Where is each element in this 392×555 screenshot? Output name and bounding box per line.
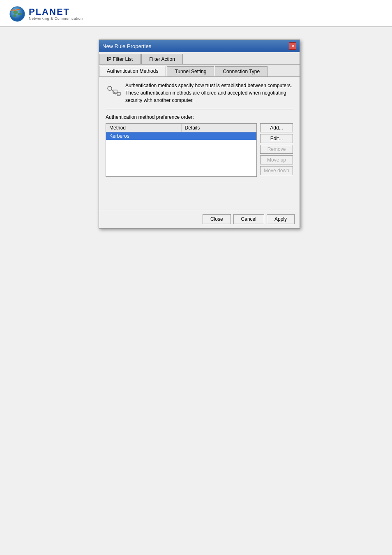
move-down-button[interactable]: Move down bbox=[260, 166, 293, 175]
logo-tagline-label: Networking & Communication bbox=[29, 16, 83, 21]
pref-order-label: Authentication method preference order: bbox=[106, 114, 293, 120]
column-details: Details bbox=[182, 124, 257, 132]
apply-button[interactable]: Apply bbox=[267, 214, 295, 224]
auth-methods-icon bbox=[106, 83, 121, 98]
table-body: Kerberos bbox=[106, 132, 256, 173]
remove-button[interactable]: Remove bbox=[260, 145, 293, 154]
planet-logo-icon bbox=[8, 5, 26, 23]
table-buttons-row: Method Details Kerberos Add... Edit... R… bbox=[106, 123, 293, 177]
info-description: Authentication methods specify how trust… bbox=[125, 82, 293, 104]
dialog-window: New Rule Properties ✕ IP Filter List Fil… bbox=[99, 39, 300, 229]
tab-filter-action[interactable]: Filter Action bbox=[141, 54, 183, 64]
table-row[interactable]: Kerberos bbox=[106, 132, 256, 140]
edit-button[interactable]: Edit... bbox=[260, 134, 293, 143]
tab-connection-type[interactable]: Connection Type bbox=[215, 66, 267, 76]
dialog-body: Authentication methods specify how trust… bbox=[99, 77, 300, 210]
table-header: Method Details bbox=[106, 124, 256, 132]
logo-text: PLANET Networking & Communication bbox=[29, 7, 83, 21]
column-method: Method bbox=[106, 124, 182, 132]
main-content: New Rule Properties ✕ IP Filter List Fil… bbox=[0, 27, 392, 229]
tab-tunnel-setting[interactable]: Tunnel Setting bbox=[167, 66, 214, 76]
svg-rect-12 bbox=[113, 93, 117, 94]
tabs-row-2: Authentication Methods Tunnel Setting Co… bbox=[99, 65, 300, 77]
cancel-button[interactable]: Cancel bbox=[233, 214, 264, 224]
svg-rect-13 bbox=[117, 92, 120, 95]
method-table: Method Details Kerberos bbox=[106, 123, 257, 177]
dialog-spacer bbox=[106, 180, 293, 205]
add-button[interactable]: Add... bbox=[260, 123, 293, 132]
tab-authentication-methods[interactable]: Authentication Methods bbox=[99, 66, 166, 76]
svg-point-7 bbox=[108, 86, 112, 90]
info-section: Authentication methods specify how trust… bbox=[106, 82, 293, 109]
tab-ip-filter-list[interactable]: IP Filter List bbox=[99, 54, 141, 64]
title-bar-buttons: ✕ bbox=[289, 42, 296, 50]
close-window-button[interactable]: ✕ bbox=[289, 42, 296, 50]
logo: PLANET Networking & Communication bbox=[8, 5, 83, 23]
svg-point-3 bbox=[13, 14, 16, 17]
dialog-footer: Close Cancel Apply bbox=[99, 210, 300, 228]
move-up-button[interactable]: Move up bbox=[260, 155, 293, 164]
action-buttons: Add... Edit... Remove Move up Move down bbox=[260, 123, 293, 177]
tabs-row-1: IP Filter List Filter Action bbox=[99, 52, 300, 65]
logo-planet-label: PLANET bbox=[29, 7, 83, 16]
close-button[interactable]: Close bbox=[203, 214, 231, 224]
dialog-title: New Rule Properties bbox=[102, 43, 151, 49]
header: PLANET Networking & Communication bbox=[0, 0, 392, 27]
svg-rect-14 bbox=[117, 95, 120, 96]
title-bar: New Rule Properties ✕ bbox=[99, 40, 300, 52]
